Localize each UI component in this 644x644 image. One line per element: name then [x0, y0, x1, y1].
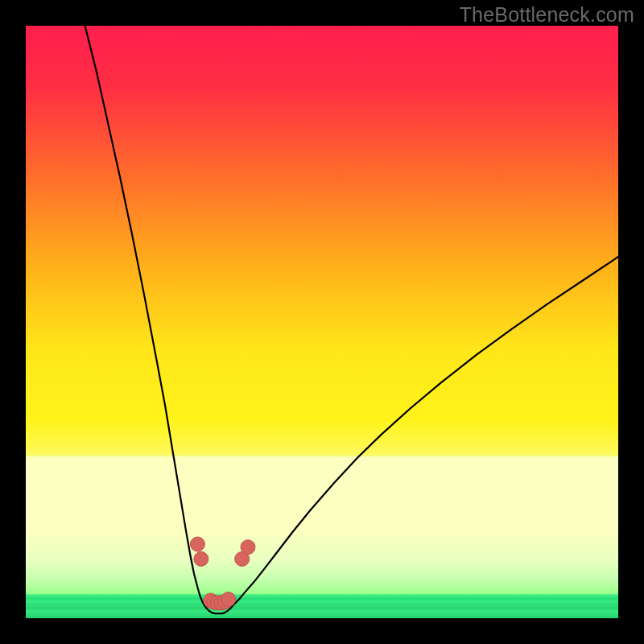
green-band — [26, 594, 618, 618]
watermark: TheBottleneck.com — [460, 3, 634, 27]
plot-area — [26, 26, 618, 618]
marker-dot — [194, 551, 208, 566]
frame: TheBottleneck.com — [0, 0, 644, 644]
pale-band — [26, 531, 618, 594]
marker-dot — [221, 592, 236, 606]
marker-dot — [241, 540, 255, 555]
marker-dot — [190, 537, 204, 551]
gradient-backdrop — [26, 26, 618, 531]
chart-svg — [26, 26, 618, 618]
